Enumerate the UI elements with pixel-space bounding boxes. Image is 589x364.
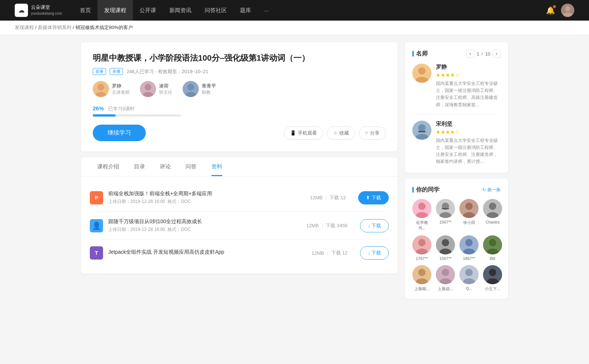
logo-icon: ☁ <box>15 4 28 17</box>
user-avatar-nav[interactable] <box>561 4 574 17</box>
page-prev-button[interactable]: ‹ <box>466 50 475 58</box>
classmate-item-0: 化学教书... <box>412 199 431 231</box>
svg-point-27 <box>465 203 473 210</box>
classmate-item-3: Charles <box>483 199 502 231</box>
course-stats: 246人已学习 · 有效期至：2019–10–21 <box>127 68 208 75</box>
svg-point-48 <box>442 269 449 276</box>
teacher-right-name-0: 罗静 <box>436 64 501 71</box>
tab-reviews[interactable]: 评论 <box>152 157 178 176</box>
classmates-grid: 化学教书... 1567** 张小田 <box>412 199 501 292</box>
nav-right: 🔔 <box>546 4 574 17</box>
nav-quiz[interactable]: 题库 <box>233 0 258 21</box>
nav-home[interactable]: 首页 <box>73 0 98 21</box>
course-card: 明星中教授课，小学阶段语法100分–强化级第1讲动词（一） 直播 录播 246人… <box>81 42 398 151</box>
classmate-item-4: 1767** <box>412 235 431 261</box>
file-stats-0: 12MB | 下载 12 <box>310 195 346 201</box>
classmate-name-9: 上脸趋... <box>438 286 453 292</box>
tab-directory[interactable]: 目录 <box>127 157 152 176</box>
page-sep: / <box>482 51 483 57</box>
breadcrumb-current: 销冠修炼术搞定80%的客户 <box>75 25 133 30</box>
file-icon-0: P <box>90 191 103 204</box>
share-button[interactable]: ⑂ 分享 <box>359 126 386 140</box>
svg-point-7 <box>145 84 151 90</box>
teacher-name-1: 凌荷 <box>159 83 172 89</box>
classmate-name-0: 化学教书... <box>412 220 431 231</box>
download-button-0[interactable]: ⬆ 下载 <box>358 191 389 204</box>
continue-button[interactable]: 继续学习 <box>93 125 146 141</box>
breadcrumb-series[interactable]: 新媒体营销系列 <box>38 25 71 30</box>
favorite-label: 收藏 <box>339 130 349 136</box>
mobile-watch-button[interactable]: 📱 手机观看 <box>284 126 323 140</box>
teacher-name-2: 青青平 <box>202 83 216 89</box>
teacher-item-1: 凌荷 班主任 <box>140 81 172 97</box>
breadcrumb-discover[interactable]: 发现课程 <box>15 25 34 30</box>
classmate-item-5: 1567** <box>436 235 455 261</box>
refresh-label: 换一换 <box>487 187 501 193</box>
classmate-name-2: 张小田 <box>463 220 475 225</box>
classmate-name-7: Bill <box>490 256 495 261</box>
page-current: 1 <box>477 51 479 57</box>
file-name-0: 前端全栈加强版！前端全栈+全周期+多端应用 <box>108 190 305 197</box>
nav-news[interactable]: 新闻资讯 <box>163 0 198 21</box>
tab-qa[interactable]: 问答 <box>178 157 204 176</box>
right-panel: 名师 ‹ 1 / 10 › 罗静 ★★★★☆ 国内某重点大学安全工程专业硕士，国… <box>405 42 508 305</box>
classmate-item-8: 上脸能... <box>412 265 431 292</box>
classmate-avatar-9 <box>436 265 455 284</box>
action-buttons: 📱 手机观看 ☆ 收藏 ⑂ 分享 <box>284 126 386 140</box>
teacher-right-info-1: 宋利坚 ★★★★☆ 国内某重点大学安全工程专业硕士，国家一级注册消防工程师、注册… <box>436 121 501 165</box>
classmate-avatar-6 <box>459 235 479 254</box>
classmate-item-9: 上脸趋... <box>436 265 455 292</box>
nav-public[interactable]: 公开课 <box>133 0 163 21</box>
page-next-button[interactable]: › <box>493 50 501 58</box>
teacher-right-desc-0: 国内某重点大学安全工程专业硕士，国家一级注册消防工程师、注册安全工程师、高级注册… <box>436 80 501 108</box>
left-panel: 明星中教授课，小学阶段语法100分–强化级第1讲动词（一） 直播 录播 246人… <box>81 42 398 305</box>
bell-icon[interactable]: 🔔 <box>546 6 555 15</box>
refresh-button[interactable]: ↻ 换一换 <box>482 187 501 193</box>
file-name-2: Jetpack全组件实战 开发短视频应用高仿皮皮虾App <box>108 249 306 256</box>
nav-discover[interactable]: 发现课程 <box>98 0 133 21</box>
svg-point-36 <box>442 239 449 246</box>
svg-point-13 <box>418 67 426 75</box>
mobile-icon: 📱 <box>290 130 296 136</box>
tab-materials[interactable]: 资料 <box>204 157 230 176</box>
svg-point-51 <box>465 269 473 276</box>
classmate-avatar-7 <box>483 235 502 254</box>
file-item-2: T Jetpack全组件实战 开发短视频应用高仿皮皮虾App 12MB | 下载… <box>90 240 389 266</box>
file-item-1: 👤 跟随千万级项目从0到100全过程高效成长 上传日期：2019-12-28 1… <box>90 212 389 240</box>
pagination: ‹ 1 / 10 › <box>466 50 501 58</box>
teacher-right-info-0: 罗静 ★★★★☆ 国内某重点大学安全工程专业硕士，国家一级注册消防工程师、注册安… <box>436 64 501 108</box>
refresh-icon: ↻ <box>482 187 486 192</box>
classmate-name-11: 小王下... <box>485 286 500 292</box>
file-item-0: P 前端全栈加强版！前端全栈+全周期+多端应用 上传日期：2019-12-28 … <box>90 184 389 212</box>
teacher-right-avatar-0 <box>412 64 431 83</box>
svg-point-1 <box>565 6 570 11</box>
tab-intro[interactable]: 课程介绍 <box>90 157 127 176</box>
svg-point-30 <box>489 203 496 210</box>
teacher-right-name-1: 宋利坚 <box>436 121 501 128</box>
classmate-item-2: 张小田 <box>459 199 479 231</box>
file-icon-1: 👤 <box>90 219 103 232</box>
classmate-item-7: Bill <box>483 235 502 261</box>
tabs-content: P 前端全栈加强版！前端全栈+全周期+多端应用 上传日期：2019-12-28 … <box>81 176 398 274</box>
svg-point-39 <box>465 239 473 246</box>
logo[interactable]: ☁ 云朵课堂yunduoketang.com <box>15 4 62 17</box>
nav-qa[interactable]: 问答社区 <box>198 0 233 21</box>
breadcrumb: 发现课程 / 新媒体营销系列 / 销冠修炼术搞定80%的客户 <box>0 21 589 35</box>
teacher-item-0: 罗静 主讲老师 <box>93 81 130 97</box>
download-button-2[interactable]: ↓ 下载 <box>360 246 389 260</box>
favorite-button[interactable]: ☆ 收藏 <box>327 126 355 140</box>
teacher-panel-item-1: 宋利坚 ★★★★☆ 国内某重点大学安全工程专业硕士，国家一级注册消防工程师、注册… <box>412 121 501 165</box>
classmates-panel: 你的同学 ↻ 换一换 化学教书... 1567** <box>405 179 508 299</box>
classmate-avatar-1 <box>436 199 455 218</box>
file-downloads-0: 下载 12 <box>329 195 346 201</box>
logo-text: 云朵课堂yunduoketang.com <box>31 4 62 16</box>
star-icon: ☆ <box>333 130 338 136</box>
share-icon: ⑂ <box>365 130 368 136</box>
main-container: 明星中教授课，小学阶段语法100分–强化级第1讲动词（一） 直播 录播 246人… <box>74 42 515 305</box>
download-button-1[interactable]: ↓ 下载 <box>360 219 389 232</box>
teacher-avatar-2 <box>183 81 199 97</box>
nav-more[interactable]: ··· <box>258 0 276 21</box>
file-size-1: 12MB <box>306 223 319 228</box>
file-size-2: 12MB <box>311 250 324 256</box>
classmate-item-10: Q... <box>459 265 479 292</box>
